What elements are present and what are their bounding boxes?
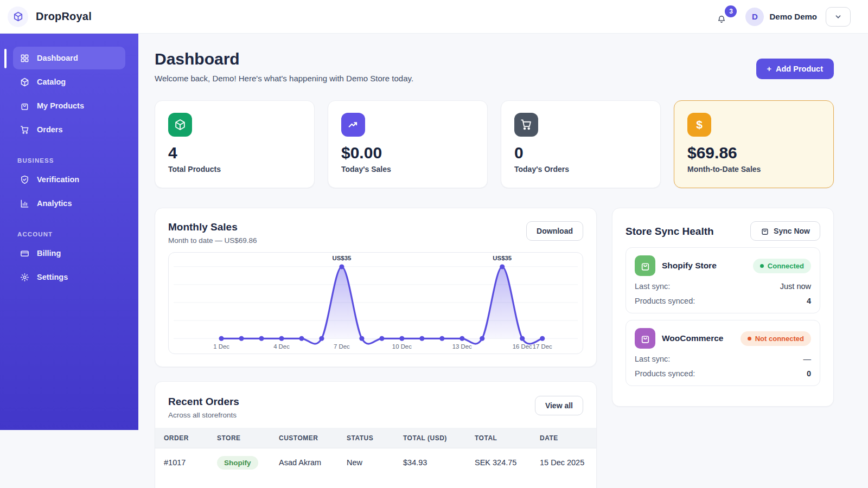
sidebar-item-analytics[interactable]: Analytics xyxy=(13,192,125,215)
sidebar-item-verification[interactable]: Verification xyxy=(13,168,125,191)
svg-text:7 Dec: 7 Dec xyxy=(334,343,350,350)
sidebar-section-business: BUSINESS xyxy=(17,157,138,164)
column-header: ORDER xyxy=(164,434,217,442)
monthly-sales-line-chart: US$35US$351 Dec4 Dec7 Dec10 Dec13 Dec16 … xyxy=(169,253,583,354)
column-header: CUSTOMER xyxy=(279,434,347,442)
chart-subtitle: Month to date — US$69.86 xyxy=(168,236,257,245)
last-sync-label: Last sync: xyxy=(635,282,670,291)
credit-card-icon xyxy=(20,248,29,258)
sidebar-item-label: Catalog xyxy=(37,78,66,86)
stat-card-mtd-sales: $ $69.86 Month-to-Date Sales xyxy=(674,100,834,188)
sidebar-item-label: Orders xyxy=(37,125,63,134)
content-row: Monthly Sales Month to date — US$69.86 D… xyxy=(155,208,834,488)
store-name: WooCommerce xyxy=(662,333,734,343)
svg-text:US$35: US$35 xyxy=(493,255,512,261)
column-header: DATE xyxy=(540,434,596,442)
brand-name: DropRoyal xyxy=(36,10,92,23)
sync-now-button[interactable]: Sync Now xyxy=(750,221,820,241)
status-badge: Not connected xyxy=(741,331,811,346)
sidebar: Dashboard Catalog My Products Orders BUS… xyxy=(0,34,138,430)
svg-text:10 Dec: 10 Dec xyxy=(392,343,412,350)
package-icon xyxy=(20,77,29,87)
chart-title: Monthly Sales xyxy=(168,221,257,233)
left-column: Monthly Sales Month to date — US$69.86 D… xyxy=(155,208,597,488)
brand: DropRoyal xyxy=(8,7,92,27)
svg-text:4 Dec: 4 Dec xyxy=(273,343,290,350)
sync-now-label: Sync Now xyxy=(774,227,810,235)
store-name: Shopify Store xyxy=(662,261,746,271)
status-cell: New xyxy=(347,458,403,467)
avatar: D xyxy=(745,8,764,26)
stat-label: Today's Orders xyxy=(514,165,647,174)
orders-table-header: ORDER STORE CUSTOMER STATUS TOTAL (USD) … xyxy=(155,428,596,448)
package-icon xyxy=(168,113,192,137)
app-root: DropRoyal 3 D Demo Demo Dashboard xyxy=(0,0,868,488)
woocommerce-store-icon xyxy=(635,328,655,349)
column-header: STATUS xyxy=(347,434,403,442)
active-item-indicator xyxy=(4,49,7,68)
store-status-shopify: Shopify Store Connected Last sync: Just … xyxy=(626,247,820,313)
page-title: Dashboard xyxy=(155,50,413,68)
stat-label: Today's Sales xyxy=(341,165,474,174)
page-subtitle: Welcome back, Demo! Here's what's happen… xyxy=(155,74,413,83)
sidebar-item-label: Analytics xyxy=(37,199,72,208)
stat-label: Month-to-Date Sales xyxy=(687,165,820,174)
stat-card-total-products: 4 Total Products xyxy=(155,100,315,188)
sidebar-item-settings[interactable]: Settings xyxy=(13,266,125,288)
sidebar-item-label: Settings xyxy=(37,273,68,281)
shopify-store-icon xyxy=(635,255,655,276)
top-header: DropRoyal 3 D Demo Demo xyxy=(0,0,868,34)
date-cell: 15 Dec 2025 xyxy=(540,458,596,467)
sidebar-item-dashboard[interactable]: Dashboard xyxy=(13,47,125,69)
sidebar-item-label: Dashboard xyxy=(37,54,78,62)
last-sync-value: Just now xyxy=(780,282,811,291)
svg-text:1 Dec: 1 Dec xyxy=(213,343,229,350)
status-dot-icon xyxy=(760,264,764,268)
cart-icon xyxy=(20,125,29,134)
stat-value: 0 xyxy=(514,144,647,162)
last-sync-label: Last sync: xyxy=(635,355,670,363)
page-head: Dashboard Welcome back, Demo! Here's wha… xyxy=(155,50,834,83)
shopping-bag-icon xyxy=(20,101,29,111)
header-right: 3 D Demo Demo xyxy=(717,7,851,27)
table-row[interactable]: #1017 Shopify Asad Akram New $34.93 SEK … xyxy=(155,448,596,477)
notifications-button[interactable]: 3 xyxy=(717,10,731,24)
orders-title: Recent Orders xyxy=(168,396,239,408)
sidebar-item-catalog[interactable]: Catalog xyxy=(13,70,125,93)
download-button[interactable]: Download xyxy=(526,221,583,241)
products-synced-value: 0 xyxy=(807,369,811,378)
shopping-bag-icon xyxy=(761,227,769,235)
stat-value: 4 xyxy=(168,144,301,162)
dollar-icon: $ xyxy=(687,113,711,137)
stat-cards: 4 Total Products $0.00 Today's Sales 0 T… xyxy=(155,100,834,188)
dashboard-grid-icon xyxy=(20,53,29,63)
sidebar-item-my-products[interactable]: My Products xyxy=(13,94,125,117)
view-all-button[interactable]: View all xyxy=(535,396,583,415)
column-header: STORE xyxy=(217,434,279,442)
recent-orders-card: Recent Orders Across all storefronts Vie… xyxy=(155,381,597,488)
main-content: Dashboard Welcome back, Demo! Here's wha… xyxy=(155,34,834,488)
right-column: Store Sync Health Sync Now Shopify Store xyxy=(612,208,834,407)
sidebar-item-orders[interactable]: Orders xyxy=(13,118,125,141)
status-dot-icon xyxy=(748,337,751,341)
monthly-sales-chart: US$35US$351 Dec4 Dec7 Dec10 Dec13 Dec16 … xyxy=(168,252,583,354)
store-sync-health-card: Store Sync Health Sync Now Shopify Store xyxy=(612,208,834,407)
add-product-label: Add Product xyxy=(776,65,823,73)
sidebar-section-account: ACCOUNT xyxy=(17,231,138,237)
bell-icon xyxy=(717,15,726,24)
stat-card-todays-orders: 0 Today's Orders xyxy=(501,100,661,188)
sidebar-item-label: Billing xyxy=(37,249,61,258)
notification-badge: 3 xyxy=(725,5,737,17)
order-id-cell: #1017 xyxy=(164,458,217,467)
user-box[interactable]: D Demo Demo xyxy=(745,8,817,26)
store-status-woocommerce: WooCommerce Not connected Last sync: — P… xyxy=(626,320,820,386)
stat-value: $69.86 xyxy=(687,144,820,162)
svg-text:17 Dec: 17 Dec xyxy=(533,343,552,350)
sync-title: Store Sync Health xyxy=(626,226,714,237)
sidebar-item-billing[interactable]: Billing xyxy=(13,242,125,265)
user-menu-button[interactable] xyxy=(826,7,851,27)
plus-icon: + xyxy=(767,65,771,73)
add-product-button[interactable]: + Add Product xyxy=(756,59,834,79)
column-header: TOTAL xyxy=(475,434,540,442)
trending-up-icon xyxy=(341,113,365,137)
